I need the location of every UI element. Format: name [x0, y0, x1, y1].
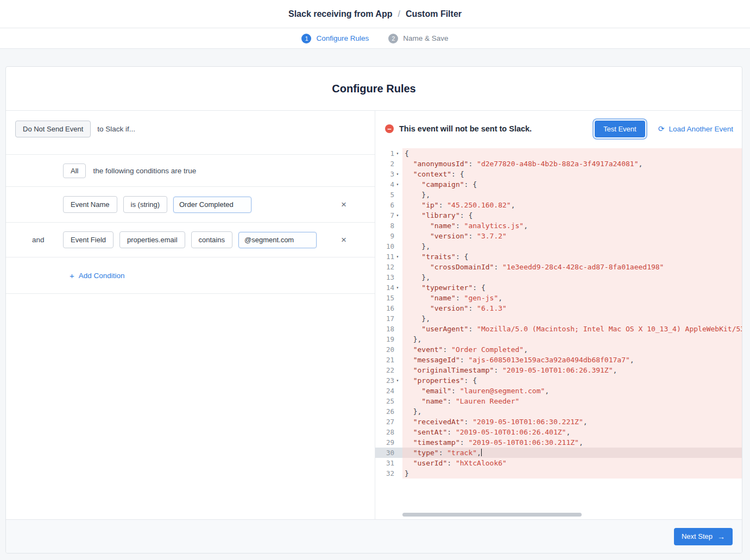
code-line-27[interactable]: "receivedAt": "2019-05-10T01:06:30.221Z"…	[402, 417, 742, 427]
filter-action-dropdown[interactable]: Do Not Send Event	[15, 121, 91, 137]
code-line-24[interactable]: "email": "lauren@segment.com",	[402, 386, 742, 396]
conditions-group: All the following conditions are true Ev…	[6, 154, 375, 294]
code-line-21[interactable]: "messageId": "ajs-6085013e159ac3a92a0494…	[402, 355, 742, 365]
editor-code-area[interactable]: { "anonymousId": "d2e77820-a48b-4b2b-882…	[402, 147, 742, 519]
code-line-2[interactable]: "anonymousId": "d2e77820-a48b-4b2b-882a-…	[402, 159, 742, 169]
condition-2-field-dropdown[interactable]: Event Field	[63, 231, 114, 248]
add-condition-label: Add Condition	[79, 272, 125, 280]
code-line-15[interactable]: "name": "gen-js",	[402, 293, 742, 303]
condition-1-field-dropdown[interactable]: Event Name	[63, 196, 117, 213]
next-step-label: Next Step	[682, 532, 713, 540]
code-line-17[interactable]: },	[402, 313, 742, 324]
condition-1-remove-button[interactable]: ×	[339, 198, 349, 211]
line-number: 8	[390, 222, 394, 230]
code-line-12[interactable]: "crossDomainId": "1e3eedd9-28c4-428c-ad8…	[402, 262, 742, 272]
page-title: Configure Rules	[332, 83, 415, 95]
line-number: 19	[386, 335, 394, 343]
step-1-badge: 1	[301, 34, 311, 43]
line-number: 17	[386, 314, 394, 323]
top-header: Slack receiving from App / Custom Filter	[0, 0, 750, 28]
line-number: 4	[390, 180, 394, 188]
condition-2-value-input[interactable]	[238, 232, 317, 248]
line-number: 25	[386, 397, 394, 405]
code-line-9[interactable]: "version": "3.7.2"	[402, 231, 742, 241]
json-event-editor[interactable]: 1▾23▾4▾567▾891011▾121314▾151617181920212…	[375, 147, 742, 519]
fold-toggle-icon[interactable]: ▾	[394, 172, 401, 177]
fold-toggle-icon[interactable]: ▾	[394, 182, 401, 187]
arrow-right-icon: →	[717, 532, 725, 541]
step-name-save[interactable]: 2 Name & Save	[388, 34, 448, 43]
plus-icon: +	[70, 271, 74, 280]
event-preview-toolbar: − This event will not be sent to Slack. …	[375, 111, 742, 147]
code-line-5[interactable]: },	[402, 190, 742, 200]
filter-action-suffix: to Slack if...	[97, 125, 135, 133]
line-number: 16	[386, 304, 394, 312]
code-line-18[interactable]: "userAgent": "Mozilla/5.0 (Macintosh; In…	[402, 324, 742, 334]
code-line-29[interactable]: "timestamp": "2019-05-10T01:06:30.211Z",	[402, 437, 742, 448]
line-number: 29	[386, 438, 394, 446]
condition-row-2: and Event Field properties.email contain…	[6, 223, 375, 257]
code-line-11[interactable]: "traits": {	[402, 251, 742, 262]
code-line-26[interactable]: },	[402, 406, 742, 417]
code-line-10[interactable]: },	[402, 241, 742, 251]
code-line-7[interactable]: "library": {	[402, 210, 742, 221]
match-type-dropdown[interactable]: All	[63, 163, 86, 178]
line-number: 9	[390, 232, 394, 240]
line-number: 24	[386, 387, 394, 395]
match-type-suffix: the following conditions are true	[93, 167, 196, 175]
condition-row-1: Event Name is (string) ×	[6, 187, 375, 223]
line-number: 27	[386, 418, 394, 426]
condition-1-operator-dropdown[interactable]: is (string)	[123, 196, 167, 213]
code-line-13[interactable]: },	[402, 272, 742, 282]
condition-1-value-input[interactable]	[173, 197, 251, 213]
next-step-button[interactable]: Next Step →	[674, 528, 733, 545]
load-another-event-label: Load Another Event	[669, 125, 733, 133]
breadcrumb-destination[interactable]: Slack receiving from App	[288, 9, 392, 19]
code-line-19[interactable]: },	[402, 334, 742, 344]
fold-toggle-icon[interactable]: ▾	[394, 254, 401, 259]
step-configure-rules[interactable]: 1 Configure Rules	[301, 34, 369, 43]
fold-toggle-icon[interactable]: ▾	[394, 151, 401, 156]
line-number: 23	[386, 376, 394, 385]
fold-toggle-icon[interactable]: ▾	[394, 213, 401, 218]
code-line-4[interactable]: "campaign": {	[402, 179, 742, 190]
code-line-1[interactable]: {	[402, 148, 742, 159]
condition-2-remove-button[interactable]: ×	[339, 233, 349, 247]
blocked-minus-icon: −	[385, 124, 394, 133]
stepper: 1 Configure Rules 2 Name & Save	[0, 28, 750, 49]
line-number: 11	[386, 253, 394, 261]
condition-2-operator-dropdown[interactable]: contains	[191, 231, 232, 248]
code-line-23[interactable]: "properties": {	[402, 375, 742, 386]
add-condition-button[interactable]: + Add Condition	[70, 271, 125, 280]
line-number: 21	[386, 356, 394, 364]
code-line-16[interactable]: "version": "6.1.3"	[402, 303, 742, 313]
fold-toggle-icon[interactable]: ▾	[394, 378, 401, 383]
load-another-event-link[interactable]: ⟳ Load Another Event	[658, 124, 733, 133]
code-line-22[interactable]: "originalTimestamp": "2019-05-10T01:06:2…	[402, 365, 742, 375]
filter-action-row: Do Not Send Event to Slack if...	[6, 111, 375, 137]
code-line-32[interactable]: }	[402, 468, 742, 479]
code-line-14[interactable]: "typewriter": {	[402, 282, 742, 293]
condition-2-property-dropdown[interactable]: properties.email	[119, 231, 185, 248]
card-header: Configure Rules	[6, 67, 742, 111]
breadcrumb-page: Custom Filter	[406, 9, 462, 19]
line-number: 26	[386, 407, 394, 416]
test-event-button[interactable]: Test Event	[595, 121, 645, 137]
code-line-20[interactable]: "event": "Order Completed",	[402, 344, 742, 355]
code-line-28[interactable]: "sentAt": "2019-05-10T01:06:26.401Z",	[402, 427, 742, 437]
code-line-8[interactable]: "name": "analytics.js",	[402, 221, 742, 231]
code-line-31[interactable]: "userId": "hXtcAlook6"	[402, 458, 742, 468]
code-line-6[interactable]: "ip": "45.250.160.82",	[402, 200, 742, 210]
code-line-30[interactable]: "type": "track",	[402, 448, 742, 458]
fold-toggle-icon[interactable]: ▾	[394, 285, 401, 290]
code-line-3[interactable]: "context": {	[402, 169, 742, 179]
line-number: 31	[386, 459, 394, 467]
line-number: 15	[386, 294, 394, 302]
horizontal-scrollbar[interactable]	[402, 513, 582, 517]
line-number: 3	[390, 170, 394, 178]
step-2-badge: 2	[388, 34, 398, 43]
line-number: 7	[390, 211, 394, 219]
event-status-text: This event will not be sent to Slack.	[399, 124, 532, 133]
match-type-row: All the following conditions are true	[6, 155, 375, 187]
code-line-25[interactable]: "name": "Lauren Reeder"	[402, 396, 742, 406]
